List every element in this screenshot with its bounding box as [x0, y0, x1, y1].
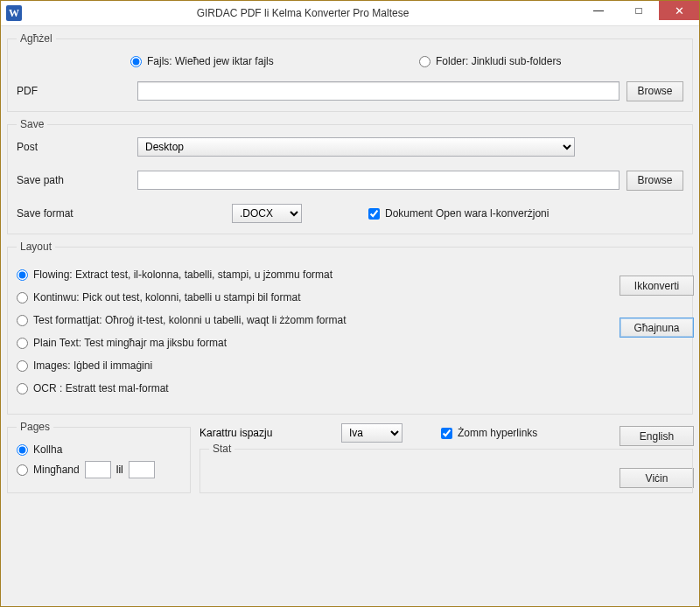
post-select[interactable]: Desktop	[137, 137, 575, 157]
save-group: Save Post Desktop Save path Browse Save …	[7, 118, 693, 234]
radio-images[interactable]: Images: Iġbed il immaġini	[17, 359, 605, 372]
app-icon: W	[6, 5, 22, 21]
client-area: Agħżel Fajls: Wieħed jew iktar fajls Fol…	[1, 26, 699, 606]
charspace-select[interactable]: Iva	[341, 423, 402, 443]
open-after-input[interactable]	[368, 208, 380, 220]
radio-all-label: Kollha	[33, 443, 62, 456]
pdf-label: PDF	[17, 85, 130, 97]
radio-flowing-label: Flowing: Extract test, il-kolonna, tabel…	[33, 269, 332, 281]
window-title: GIRDAC PDF li Kelma Konverter Pro Maltes…	[27, 7, 578, 19]
radio-images-label: Images: Iġbed il immaġini	[33, 359, 152, 372]
english-button[interactable]: English	[620, 426, 694, 446]
radio-files[interactable]: Fajls: Wieħed jew iktar fajls	[130, 55, 367, 67]
close-window-button[interactable]: ✕	[659, 1, 699, 20]
select-legend: Agħżel	[17, 32, 56, 45]
convert-button[interactable]: Ikkonverti	[620, 276, 694, 296]
radio-files-label: Fajls: Wieħed jew iktar fajls	[147, 55, 274, 67]
radio-kontinwu[interactable]: Kontinwu: Pick out test, kolonni, tabell…	[17, 291, 605, 304]
keep-links-check[interactable]: Żomm hyperlinks	[441, 427, 537, 439]
charspace-label: Karattru ispazju	[200, 427, 331, 439]
radio-ocr[interactable]: OCR : Estratt test mal-format	[17, 382, 605, 394]
format-label: Save format	[17, 207, 130, 220]
radio-ocr-label: OCR : Estratt test mal-format	[33, 382, 169, 394]
radio-flowing[interactable]: Flowing: Extract test, il-kolonna, tabel…	[17, 269, 605, 281]
title-bar: W GIRDAC PDF li Kelma Konverter Pro Malt…	[1, 1, 699, 26]
page-from-input[interactable]	[85, 461, 111, 478]
radio-files-input[interactable]	[130, 56, 142, 67]
layout-legend: Layout	[17, 241, 55, 253]
radio-ocr-input[interactable]	[17, 383, 28, 394]
pdf-browse-button[interactable]: Browse	[626, 81, 683, 101]
radio-formatted-label: Test formattjat: Oħroġ it-test, kolonni …	[33, 314, 346, 326]
pages-group: Pages Kollha Mingħand lil	[7, 421, 191, 493]
window-controls: — □ ✕	[578, 1, 699, 25]
radio-plain-label: Plain Text: Test mingħajr ma jiksbu form…	[33, 337, 227, 349]
radio-range-pages[interactable]: Mingħand	[17, 464, 80, 476]
keep-links-label: Żomm hyperlinks	[458, 427, 537, 439]
post-label: Post	[17, 141, 130, 153]
radio-kontinwu-label: Kontinwu: Pick out test, kolonni, tabell…	[33, 291, 300, 304]
status-box: Stat	[200, 449, 693, 493]
radio-folder-label: Folder: Jinkludi sub-folders	[436, 55, 561, 67]
radio-folder-input[interactable]	[419, 56, 430, 67]
savepath-input[interactable]	[137, 171, 620, 190]
radio-formatted-input[interactable]	[17, 315, 28, 326]
savepath-label: Save path	[17, 174, 130, 186]
bottom-area: Pages Kollha Mingħand lil	[7, 421, 693, 493]
page-to-input[interactable]	[129, 461, 155, 478]
pages-legend: Pages	[17, 421, 53, 433]
radio-kontinwu-input[interactable]	[17, 292, 28, 304]
open-after-check[interactable]: Dokument Open wara l-konverżjoni	[368, 207, 549, 220]
radio-plain-input[interactable]	[17, 338, 28, 349]
radio-all-pages[interactable]: Kollha	[17, 443, 62, 456]
open-after-label: Dokument Open wara l-konverżjoni	[385, 207, 549, 220]
radio-images-input[interactable]	[17, 360, 28, 372]
radio-folder[interactable]: Folder: Jinkludi sub-folders	[419, 55, 561, 67]
radio-all-input[interactable]	[17, 444, 28, 456]
radio-formatted[interactable]: Test formattjat: Oħroġ it-test, kolonni …	[17, 314, 605, 326]
radio-range-input[interactable]	[17, 464, 28, 476]
radio-flowing-input[interactable]	[17, 269, 28, 281]
select-group: Agħżel Fajls: Wieħed jew iktar fajls Fol…	[7, 32, 693, 112]
pdf-input[interactable]	[137, 81, 620, 101]
minimize-button[interactable]: —	[578, 1, 619, 20]
status-legend: Stat	[209, 443, 234, 455]
page-to-label: lil	[116, 464, 123, 476]
save-legend: Save	[17, 118, 47, 130]
keep-links-input[interactable]	[441, 428, 452, 439]
layout-group: Layout Flowing: Extract test, il-kolonna…	[7, 241, 693, 415]
radio-from-label: Mingħand	[33, 464, 80, 476]
maximize-button[interactable]: □	[619, 1, 659, 20]
format-select[interactable]: .DOCX	[232, 204, 302, 223]
app-window: W GIRDAC PDF li Kelma Konverter Pro Malt…	[0, 0, 700, 607]
help-button[interactable]: Għajnuna	[620, 317, 694, 338]
radio-plain[interactable]: Plain Text: Test mingħajr ma jiksbu form…	[17, 337, 605, 349]
savepath-browse-button[interactable]: Browse	[626, 171, 683, 191]
